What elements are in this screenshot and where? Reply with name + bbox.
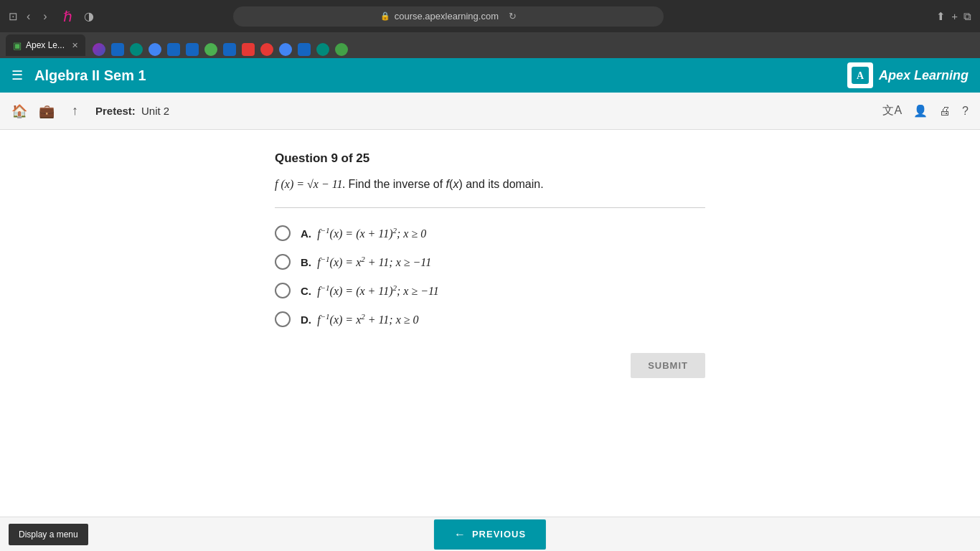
option-c-label: C. f−1(x) = (x + 11)2; x ≥ −11 [301, 283, 439, 298]
apex-logo: A Apex Learning [847, 62, 969, 88]
tab-icon-9[interactable] [223, 43, 236, 56]
tab-icon-10[interactable] [242, 43, 255, 56]
footer: Display a menu ← PREVIOUS [0, 517, 980, 551]
display-menu-button[interactable]: Display a menu [9, 524, 88, 545]
tab-icon-13[interactable] [298, 43, 311, 56]
tab-close-icon[interactable]: ✕ [72, 41, 78, 50]
radio-d[interactable] [275, 311, 291, 327]
lock-icon: 🔒 [380, 11, 390, 21]
tab-icon-3[interactable] [111, 43, 124, 56]
tab-icon-8[interactable] [204, 43, 217, 56]
option-c[interactable]: C. f−1(x) = (x + 11)2; x ≥ −11 [275, 283, 705, 298]
breadcrumb-bar: 🏠 💼 ↑ Pretest: Unit 2 文A 👤 🖨 ? [0, 93, 980, 130]
other-tabs [93, 43, 348, 56]
option-a[interactable]: A. f−1(x) = (x + 11)2; x ≥ 0 [275, 225, 705, 241]
tab-icon-12[interactable] [279, 43, 292, 56]
radio-c[interactable] [275, 283, 291, 298]
briefcase-icon[interactable]: 💼 [39, 103, 55, 119]
main-content: Question 9 of 25 f (x) = √x − 11. Find t… [0, 130, 980, 474]
question-text: f (x) = √x − 11. Find the inverse of f(x… [275, 176, 705, 193]
question-container: Question 9 of 25 f (x) = √x − 11. Find t… [275, 151, 705, 378]
tab-bar: ▣ Apex Le... ✕ [0, 32, 980, 58]
breadcrumb-separator: ↑ [72, 103, 78, 118]
svg-text:A: A [857, 70, 864, 81]
browser-chrome: ⊡ ‹ › ℏ ◑ 🔒 course.apexlearning.com ↻ ⬆ … [0, 0, 980, 32]
all-tabs: ▣ Apex Le... ✕ [6, 34, 974, 56]
windows-icon[interactable]: ⧉ [963, 10, 971, 23]
tab-icon-4[interactable] [130, 43, 143, 56]
question-divider [275, 207, 705, 208]
tab-icon-14[interactable] [316, 43, 329, 56]
user-icon[interactable]: 👤 [913, 104, 928, 118]
tab-icon-11[interactable] [260, 43, 273, 56]
active-tab-label: Apex Le... [26, 40, 65, 50]
apex-logo-text: Apex Learning [879, 68, 969, 83]
question-formula: f (x) = √x − 11. [275, 178, 349, 190]
previous-button[interactable]: ← PREVIOUS [434, 519, 546, 550]
unit-label: Unit 2 [141, 105, 169, 117]
tab-icon-6[interactable] [167, 43, 180, 56]
browser-actions: ⬆ + ⧉ [936, 10, 971, 23]
tab-favicon: ▣ [13, 40, 22, 51]
previous-label: PREVIOUS [472, 529, 526, 540]
option-d[interactable]: D. f−1(x) = x2 + 11; x ≥ 0 [275, 311, 705, 327]
radio-b[interactable] [275, 254, 291, 270]
active-tab[interactable]: ▣ Apex Le... ✕ [6, 34, 85, 56]
print-icon[interactable]: 🖨 [939, 105, 951, 118]
app-header: ☰ Algebra II Sem 1 A Apex Learning [0, 58, 980, 93]
url-text: course.apexlearning.com [395, 11, 499, 22]
breadcrumb-left: 🏠 💼 ↑ Pretest: Unit 2 [11, 103, 169, 119]
tab-icon-7[interactable] [186, 43, 199, 56]
extension-icon-hue: ℏ [63, 8, 72, 25]
option-b[interactable]: B. f−1(x) = x2 + 11; x ≥ −11 [275, 254, 705, 270]
help-icon[interactable]: ? [962, 105, 969, 118]
extension-icon-shield: ◑ [84, 9, 94, 23]
question-description: Find the inverse of f(x) and its domain. [349, 178, 544, 190]
course-title: Algebra II Sem 1 [34, 67, 847, 84]
answer-options: A. f−1(x) = (x + 11)2; x ≥ 0 B. f−1(x) =… [275, 225, 705, 327]
option-b-label: B. f−1(x) = x2 + 11; x ≥ −11 [301, 255, 431, 269]
radio-a[interactable] [275, 225, 291, 241]
translate-icon[interactable]: 文A [882, 103, 902, 118]
home-icon[interactable]: 🏠 [11, 103, 27, 119]
apex-logo-image: A [847, 62, 873, 88]
arrow-left-icon: ← [454, 528, 466, 541]
breadcrumb-text: Pretest: Unit 2 [95, 105, 169, 117]
tab-icon-5[interactable] [149, 43, 161, 56]
tab-icon-2[interactable] [93, 43, 105, 56]
address-bar[interactable]: 🔒 course.apexlearning.com ↻ [233, 6, 664, 27]
option-a-label: A. f−1(x) = (x + 11)2; x ≥ 0 [301, 226, 426, 240]
browser-controls: ⊡ ‹ › [9, 9, 52, 24]
option-d-label: D. f−1(x) = x2 + 11; x ≥ 0 [301, 312, 419, 326]
submit-row: SUBMIT [275, 353, 705, 378]
breadcrumb-right: 文A 👤 🖨 ? [882, 103, 969, 118]
reload-icon[interactable]: ↻ [509, 11, 517, 22]
new-tab-icon[interactable]: + [951, 10, 958, 22]
sidebar-toggle-icon[interactable]: ⊡ [9, 10, 18, 23]
pretest-label: Pretest: [95, 105, 136, 117]
hamburger-icon[interactable]: ☰ [11, 67, 23, 83]
back-button[interactable]: ‹ [22, 9, 34, 24]
forward-button[interactable]: › [39, 9, 51, 24]
question-number: Question 9 of 25 [275, 151, 705, 166]
submit-button[interactable]: SUBMIT [631, 353, 705, 378]
share-icon[interactable]: ⬆ [936, 10, 946, 23]
tab-icon-15[interactable] [335, 43, 348, 56]
